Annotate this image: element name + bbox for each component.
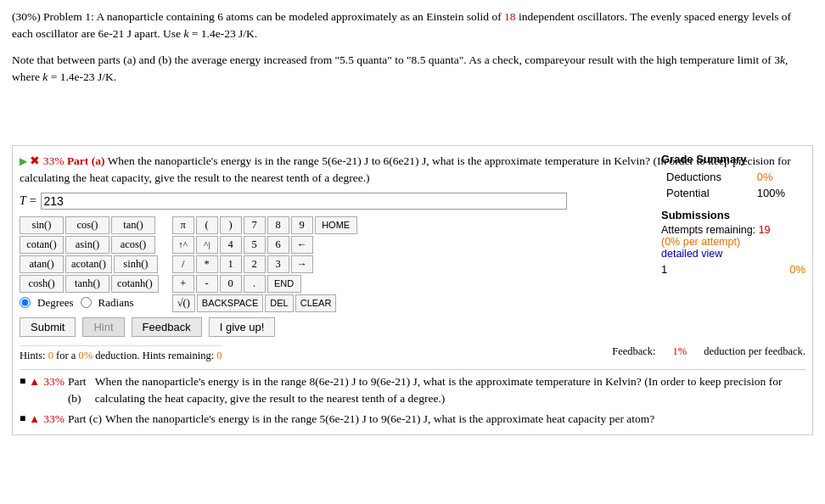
part-b-warn-icon: ▲ xyxy=(29,373,40,390)
feedback-label: Feedback: xyxy=(612,345,655,358)
btn-7[interactable]: 7 xyxy=(244,216,266,234)
acotan-btn[interactable]: acotan() xyxy=(65,255,112,273)
sin-btn[interactable]: sin() xyxy=(20,216,64,234)
func-row-4: cosh() tanh() cotanh() xyxy=(20,275,159,293)
part-c: ■ ▲ 33% Part (c) When the nanoparticle's… xyxy=(20,411,805,428)
btn-4[interactable]: 4 xyxy=(220,236,242,254)
feedback-info-row: Feedback: 1% deduction per feedback. xyxy=(612,342,805,362)
potential-val: 100% xyxy=(754,186,804,200)
part-c-percent: 33% xyxy=(43,411,65,428)
cotan-btn[interactable]: cotan() xyxy=(20,236,64,254)
end-btn[interactable]: END xyxy=(267,275,301,293)
grade-table: Deductions 0% Potential 100% xyxy=(661,168,805,202)
hints-deduct-text: deduction. Hints remaining: xyxy=(93,350,216,361)
problem-text: (30%) Problem 1: A nanoparticle containi… xyxy=(12,8,813,43)
note-text: Note that between parts (a) and (b) the … xyxy=(12,52,813,87)
part-b: ■ ▲ 33% Part (b) When the nanoparticle's… xyxy=(20,369,805,408)
hint-button[interactable]: Hint xyxy=(82,317,124,337)
attempts-label: Attempts remaining: xyxy=(661,224,759,236)
igiveup-button[interactable]: I give up! xyxy=(209,317,276,337)
submit-button[interactable]: Submit xyxy=(20,317,76,337)
btn-6[interactable]: 6 xyxy=(267,236,289,254)
pi-btn[interactable]: π xyxy=(172,216,194,234)
right-arrow-btn[interactable]: → xyxy=(291,255,313,273)
home-btn[interactable]: HOME xyxy=(315,216,357,234)
divide-btn[interactable]: / xyxy=(172,255,194,273)
numpad-row-2: ↑^ ^| 4 5 6 ← xyxy=(172,236,357,254)
grade-summary: Grade Summary Deductions 0% Potential 10… xyxy=(661,153,805,276)
plus-btn[interactable]: + xyxy=(172,275,194,293)
numpad-row-5: √() BACKSPACE DEL CLEAR xyxy=(172,294,357,312)
hints-remaining: 0 xyxy=(216,350,222,361)
problem-header-rest: A nanoparticle containing 6 atoms can be… xyxy=(94,10,504,23)
part-a-label: Part (a) xyxy=(67,154,105,167)
feedback-pct: 1% xyxy=(673,345,688,358)
hints-row: Hints: 0 for a 0% deduction. Hints remai… xyxy=(20,345,222,362)
degrees-label[interactable]: Degrees xyxy=(37,296,74,310)
input-label: T = xyxy=(20,194,37,208)
deductions-label: Deductions xyxy=(663,170,752,184)
problem-mid2: = 1.4e-23 J/K. xyxy=(188,27,257,40)
sqrt-btn[interactable]: √() xyxy=(172,294,195,312)
btn-1[interactable]: 1 xyxy=(220,255,242,273)
feedback-text: deduction per feedback. xyxy=(704,345,805,358)
clear-btn[interactable]: CLEAR xyxy=(295,294,337,312)
minus-btn[interactable]: - xyxy=(196,275,218,293)
btn-0[interactable]: 0 xyxy=(220,275,242,293)
numpad-area: π ( ) 7 8 9 HOME ↑^ ^| 4 5 6 ← / * 1 xyxy=(172,216,357,312)
atan-btn[interactable]: atan() xyxy=(20,255,64,273)
asin-btn[interactable]: asin() xyxy=(65,236,109,254)
problem-header: (30%) Problem 1: xyxy=(12,10,94,23)
del-btn[interactable]: DEL xyxy=(265,294,293,312)
backspace-btn[interactable]: BACKSPACE xyxy=(197,294,263,312)
btn-8[interactable]: 8 xyxy=(267,216,289,234)
decimal-btn[interactable]: . xyxy=(244,275,266,293)
detailed-view-link[interactable]: detailed view xyxy=(661,248,805,260)
main-section: Grade Summary Deductions 0% Potential 10… xyxy=(12,145,813,435)
numpad-row-1: π ( ) 7 8 9 HOME xyxy=(172,216,357,234)
cosh-btn[interactable]: cosh() xyxy=(20,275,64,293)
note-main: Note that between parts (a) and (b) the … xyxy=(12,53,780,66)
multiply-btn[interactable]: * xyxy=(196,255,218,273)
rparen-btn[interactable]: ) xyxy=(220,216,242,234)
grade-summary-title: Grade Summary xyxy=(661,153,805,165)
btn-5[interactable]: 5 xyxy=(244,236,266,254)
func-row-2: cotan() asin() acos() xyxy=(20,236,159,254)
sinh-btn[interactable]: sinh() xyxy=(114,255,158,273)
tan-btn[interactable]: tan() xyxy=(111,216,155,234)
btn-3[interactable]: 3 xyxy=(267,255,289,273)
superscript-start-btn[interactable]: ↑^ xyxy=(172,236,194,254)
btn-2[interactable]: 2 xyxy=(244,255,266,273)
deductions-val: 0% xyxy=(754,170,804,184)
func-row-1: sin() cos() tan() xyxy=(20,216,159,234)
acos-btn[interactable]: acos() xyxy=(111,236,155,254)
cos-btn[interactable]: cos() xyxy=(65,216,109,234)
play-icon: ▶ xyxy=(20,155,27,167)
feedback-button[interactable]: Feedback xyxy=(132,317,202,337)
radians-label[interactable]: Radians xyxy=(98,296,134,310)
part-c-warn-icon: ▲ xyxy=(29,411,40,428)
radians-radio[interactable] xyxy=(81,297,92,308)
score-pct: 0% xyxy=(789,263,805,276)
part-b-label: Part (b) xyxy=(68,373,92,408)
superscript-end-btn[interactable]: ^| xyxy=(196,236,218,254)
cotanh-btn[interactable]: cotanh() xyxy=(111,275,159,293)
note-val: = 1.4e-23 J/K. xyxy=(48,70,116,83)
spacer xyxy=(12,94,813,145)
btn-9[interactable]: 9 xyxy=(291,216,313,234)
function-buttons: sin() cos() tan() cotan() asin() acos() … xyxy=(20,216,159,312)
temperature-input[interactable] xyxy=(41,193,567,210)
per-attempt: (0% per attempt) xyxy=(661,236,805,248)
numpad-row-4: + - 0 . END xyxy=(172,275,357,293)
hints-deduct: 0% xyxy=(78,350,93,361)
x-icon: ✖ xyxy=(30,154,42,167)
lparen-btn[interactable]: ( xyxy=(196,216,218,234)
part-b-percent: 33% xyxy=(43,373,65,390)
potential-label: Potential xyxy=(663,186,752,200)
left-arrow-btn[interactable]: ← xyxy=(291,236,313,254)
tanh-btn[interactable]: tanh() xyxy=(65,275,109,293)
func-row-3: atan() acotan() sinh() xyxy=(20,255,159,273)
degrees-radio[interactable] xyxy=(20,297,31,308)
part-b-checkbox: ■ xyxy=(20,373,25,389)
num18: 18 xyxy=(504,10,516,23)
